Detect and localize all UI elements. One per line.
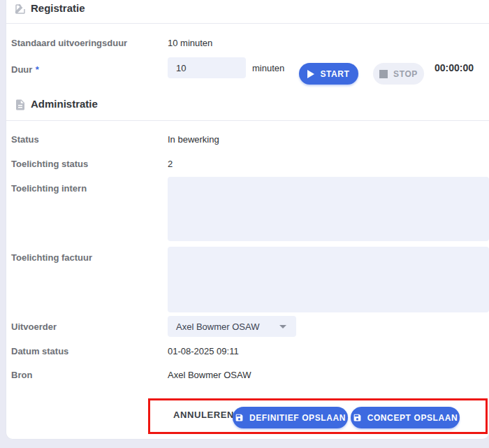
duur-unit-label: minuten <box>252 63 284 73</box>
label-duur-wrap: Duur * <box>11 63 39 75</box>
value-status: In bewerking <box>168 134 219 145</box>
label-toelichting-factuur: Toelichting factuur <box>11 252 92 263</box>
label-status: Status <box>11 134 39 145</box>
stop-button[interactable]: STOP <box>373 63 424 85</box>
annuleren-button[interactable]: ANNULEREN <box>173 410 234 420</box>
floppy-disk-icon <box>353 413 362 422</box>
section-title-registratie: Registratie <box>31 2 85 14</box>
value-datum-status: 01-08-2025 09:11 <box>168 346 239 356</box>
definitief-opslaan-button[interactable]: DEFINITIEF OPSLAAN <box>233 407 348 428</box>
stop-square-icon <box>379 70 388 78</box>
page: Registratie Standaard uitvoeringsduur 10… <box>0 0 489 448</box>
value-toelichting-status: 2 <box>168 159 173 169</box>
start-button-label: START <box>320 69 349 79</box>
uitvoerder-select[interactable]: Axel Bowmer OSAW <box>168 316 296 337</box>
label-uitvoerder: Uitvoerder <box>11 321 57 332</box>
toelichting-intern-textarea[interactable] <box>168 177 489 241</box>
label-toelichting-status: Toelichting status <box>11 159 88 169</box>
section-title-administratie: Administratie <box>31 98 98 110</box>
value-bron: Axel Bowmer OSAW <box>168 370 251 380</box>
label-duur: Duur <box>11 64 32 75</box>
label-datum-status: Datum status <box>11 346 68 356</box>
divider <box>6 120 489 121</box>
label-bron: Bron <box>11 370 32 380</box>
stop-button-label: STOP <box>393 69 418 79</box>
label-standaard-duur: Standaard uitvoeringsduur <box>11 38 127 48</box>
floppy-disk-icon <box>235 413 244 422</box>
value-standaard-duur: 10 minuten <box>168 38 212 48</box>
timer-display: 00:00:00 <box>435 62 474 73</box>
document-icon <box>14 99 27 111</box>
edit-icon <box>14 3 27 15</box>
duur-input[interactable] <box>168 57 246 78</box>
concept-opslaan-label: CONCEPT OPSLAAN <box>367 413 458 423</box>
divider <box>6 23 489 24</box>
label-toelichting-intern: Toelichting intern <box>11 183 87 194</box>
definitief-opslaan-label: DEFINITIEF OPSLAAN <box>249 413 346 423</box>
caret-down-icon <box>279 325 286 328</box>
toelichting-factuur-textarea[interactable] <box>168 247 489 312</box>
concept-opslaan-button[interactable]: CONCEPT OPSLAAN <box>351 407 460 428</box>
uitvoerder-selected-value: Axel Bowmer OSAW <box>176 321 259 332</box>
start-button[interactable]: START <box>299 63 358 85</box>
play-icon <box>307 70 314 78</box>
required-asterisk: * <box>36 64 39 75</box>
